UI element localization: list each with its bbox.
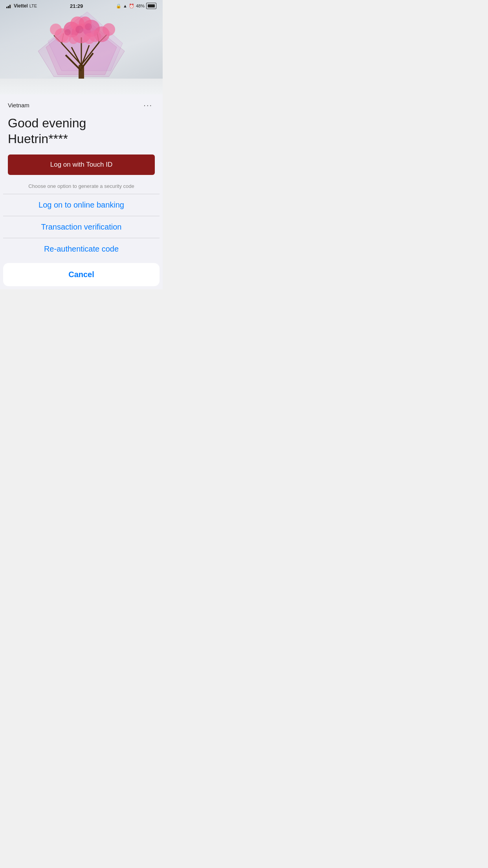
alarm-icon: ⏰ <box>129 4 134 9</box>
transaction-verification-button[interactable]: Transaction verification <box>3 216 160 238</box>
reauthenticate-button[interactable]: Re-authenticate code <box>3 238 160 260</box>
log-on-online-banking-button[interactable]: Log on to online banking <box>3 194 160 216</box>
status-right: 🔒 ▲ ⏰ 48% <box>116 3 156 9</box>
cancel-button[interactable]: Cancel <box>3 263 160 286</box>
location-icon: ▲ <box>123 4 127 8</box>
carrier-name: Viettel <box>14 3 28 9</box>
action-sheet-main: Choose one option to generate a security… <box>3 178 160 260</box>
action-sheet-container: Choose one option to generate a security… <box>0 178 163 289</box>
action-sheet-title: Choose one option to generate a security… <box>3 178 160 194</box>
network-type: LTE <box>29 4 37 8</box>
battery-icon <box>146 3 156 9</box>
action-sheet-cancel-group: Cancel <box>3 263 160 286</box>
battery-percent: 48% <box>136 4 145 8</box>
status-bar: Viettel LTE 21:29 🔒 ▲ ⏰ 48% <box>0 0 163 11</box>
lock-icon: 🔒 <box>116 4 121 9</box>
status-left: Viettel LTE <box>6 3 37 9</box>
status-time: 21:29 <box>70 3 83 9</box>
action-sheet-overlay: Choose one option to generate a security… <box>0 0 163 289</box>
signal-bars-icon <box>6 4 12 8</box>
